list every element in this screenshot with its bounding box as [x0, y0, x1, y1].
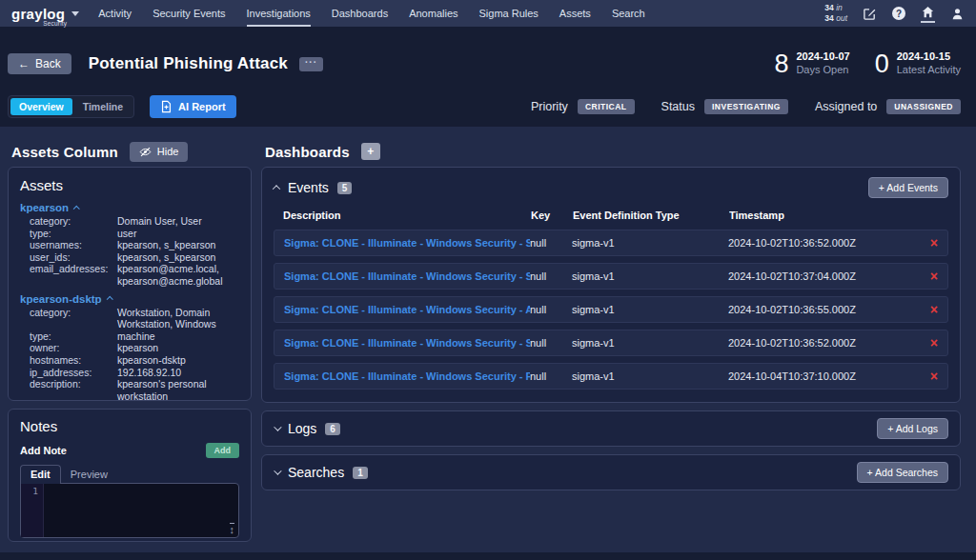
- asset-field-label: type:: [30, 228, 117, 240]
- event-description-link[interactable]: Sigma: CLONE - Illuminate - Windows Secu…: [284, 370, 530, 382]
- event-row: Sigma: CLONE - Illuminate - Windows Secu…: [274, 296, 948, 323]
- nav-item[interactable]: Search: [612, 0, 645, 27]
- events-panel: Events 5 + Add Events Description Key Ev…: [261, 167, 961, 403]
- nav-item[interactable]: Sigma Rules: [479, 0, 539, 27]
- tab-overview[interactable]: Overview: [10, 98, 72, 115]
- nav-item[interactable]: Activity: [98, 0, 132, 27]
- status-badge[interactable]: INVESTIGATING: [704, 99, 788, 114]
- tab-preview[interactable]: Preview: [61, 466, 117, 484]
- note-editor: 1 ↕: [20, 483, 239, 538]
- searches-panel: Searches 1 + Add Searches: [261, 454, 961, 490]
- resize-handle-icon[interactable]: ↕: [230, 523, 235, 535]
- nav-item[interactable]: Dashboards: [332, 0, 388, 27]
- dashboards-title: Dashboards: [265, 144, 350, 160]
- stat-block: 0 2024-10-15 Latest Activity: [875, 50, 961, 77]
- remove-event-icon[interactable]: ×: [917, 303, 938, 316]
- expand-logs-icon[interactable]: [274, 423, 281, 430]
- remove-event-icon[interactable]: ×: [917, 336, 938, 350]
- home-icon[interactable]: [921, 4, 935, 23]
- stat-label: Days Open: [796, 64, 849, 77]
- event-timestamp: 2024-10-02T10:36:55.000Z: [728, 304, 917, 315]
- event-timestamp: 2024-10-02T10:37:04.000Z: [728, 270, 917, 282]
- event-row: Sigma: CLONE - Illuminate - Windows Secu…: [274, 263, 948, 290]
- asset-fields-kpearson: category: Domain User, User type: user u…: [20, 215, 239, 288]
- asset-field-row: usernames: kpearson, s_kpearson: [20, 239, 239, 251]
- nav-item[interactable]: Security Events: [152, 0, 225, 27]
- add-searches-button[interactable]: + Add Searches: [857, 462, 948, 483]
- event-description-link[interactable]: Sigma: CLONE - Illuminate - Windows Secu…: [284, 270, 530, 282]
- asset-field-label: category:: [30, 307, 117, 330]
- asset-field-label: email_addresses:: [30, 263, 117, 287]
- stat-value: 0: [875, 51, 889, 77]
- stat-label: Latest Activity: [897, 64, 961, 77]
- stat-date: 2024-10-07: [796, 50, 849, 64]
- event-description-link[interactable]: Sigma: CLONE - Illuminate - Windows Secu…: [284, 304, 530, 315]
- add-note-button[interactable]: Add: [206, 443, 240, 458]
- events-table-header: Description Key Event Definition Type Ti…: [274, 200, 948, 230]
- event-timestamp: 2024-10-02T10:36:52.000Z: [728, 237, 917, 249]
- back-arrow-icon: ←: [18, 57, 30, 70]
- event-key: null: [530, 304, 572, 315]
- events-column-header: Event Definition Type: [573, 210, 729, 221]
- asset-field-row: ip_addresses: 192.168.92.10: [20, 367, 239, 379]
- asset-field-value: kpearson, s_kpearson: [117, 251, 239, 264]
- asset-field-value: user: [117, 228, 239, 240]
- user-icon[interactable]: [950, 4, 965, 23]
- toolbar: Overview Timeline AI Report Priority CRI…: [8, 93, 961, 120]
- add-events-button[interactable]: + Add Events: [868, 177, 948, 198]
- more-options-button[interactable]: ···: [299, 57, 323, 71]
- searches-title: Searches: [288, 465, 344, 480]
- nav-item[interactable]: Investigations: [247, 0, 311, 27]
- add-dashboard-button[interactable]: +: [361, 143, 380, 160]
- top-nav: graylog Security Activity Security Event…: [0, 0, 976, 27]
- asset-field-label: usernames:: [30, 239, 117, 251]
- event-description-link[interactable]: Sigma: CLONE - Illuminate - Windows Secu…: [284, 237, 530, 249]
- logs-title: Logs: [288, 421, 316, 436]
- help-icon[interactable]: ?: [892, 4, 905, 23]
- event-row: Sigma: CLONE - Illuminate - Windows Secu…: [274, 230, 948, 256]
- nav-menu: Activity Security Events Investigations …: [98, 0, 644, 27]
- tab-edit[interactable]: Edit: [20, 465, 61, 484]
- event-description-link[interactable]: Sigma: CLONE - Illuminate - Windows Secu…: [284, 337, 530, 349]
- report-document-icon: [160, 100, 173, 113]
- tab-timeline[interactable]: Timeline: [74, 98, 132, 115]
- expand-searches-icon[interactable]: [274, 467, 281, 474]
- asset-link-kpearson-dsktp[interactable]: kpearson-dsktp: [20, 293, 239, 305]
- collapse-events-icon[interactable]: [273, 185, 280, 192]
- asset-link-kpearson[interactable]: kpearson: [20, 202, 239, 213]
- remove-event-icon[interactable]: ×: [917, 236, 938, 250]
- asset-field-row: type: machine: [20, 330, 239, 343]
- event-timestamp: 2024-10-04T10:37:10.000Z: [728, 370, 917, 382]
- assets-panel: Assets kpearson category: Domain User, U…: [8, 167, 252, 401]
- priority-badge[interactable]: CRITICAL: [578, 99, 635, 114]
- asset-field-label: category:: [30, 215, 117, 228]
- add-logs-button[interactable]: + Add Logs: [877, 418, 948, 439]
- asset-field-value: kpearson, s_kpearson: [117, 239, 239, 251]
- nav-item[interactable]: Anomalies: [409, 0, 458, 27]
- event-timestamp: 2024-10-02T10:36:52.000Z: [728, 337, 917, 349]
- asset-field-label: hostnames:: [30, 354, 117, 367]
- nav-item[interactable]: Assets: [559, 0, 591, 27]
- note-text-area[interactable]: [44, 484, 238, 537]
- nav-right: 34 in 34 out ?: [824, 3, 965, 23]
- brand-menu[interactable]: graylog Security: [11, 7, 79, 21]
- assigned-badge[interactable]: UNASSIGNED: [886, 99, 961, 114]
- remove-event-icon[interactable]: ×: [917, 370, 938, 383]
- notes-panel: Notes Add Note Add Edit Preview 1 ↕ Ther…: [8, 409, 252, 542]
- brand-sub-label: Security: [43, 21, 67, 28]
- back-button[interactable]: ← Back: [8, 53, 71, 74]
- asset-field-value: Workstation, Domain Workstation, Windows: [117, 307, 239, 330]
- hide-assets-button[interactable]: Hide: [130, 142, 189, 162]
- stat-block: 8 2024-10-07 Days Open: [774, 50, 849, 77]
- searches-count-badge: 1: [353, 467, 368, 479]
- asset-field-value: 192.168.92.10: [117, 367, 239, 379]
- remove-event-icon[interactable]: ×: [917, 270, 938, 283]
- asset-field-value: kpearson@acme.local, kpearson@acme.globa…: [117, 263, 239, 287]
- note-editor-tabs: Edit Preview: [20, 465, 239, 484]
- chevron-up-icon: [73, 206, 79, 211]
- event-definition-type: sigma-v1: [572, 370, 728, 382]
- ai-report-button[interactable]: AI Report: [150, 95, 236, 118]
- dashboards-column: Dashboards + Events 5 + Add Events Descr…: [261, 136, 961, 552]
- compose-icon[interactable]: [863, 4, 877, 23]
- event-key: null: [530, 237, 572, 249]
